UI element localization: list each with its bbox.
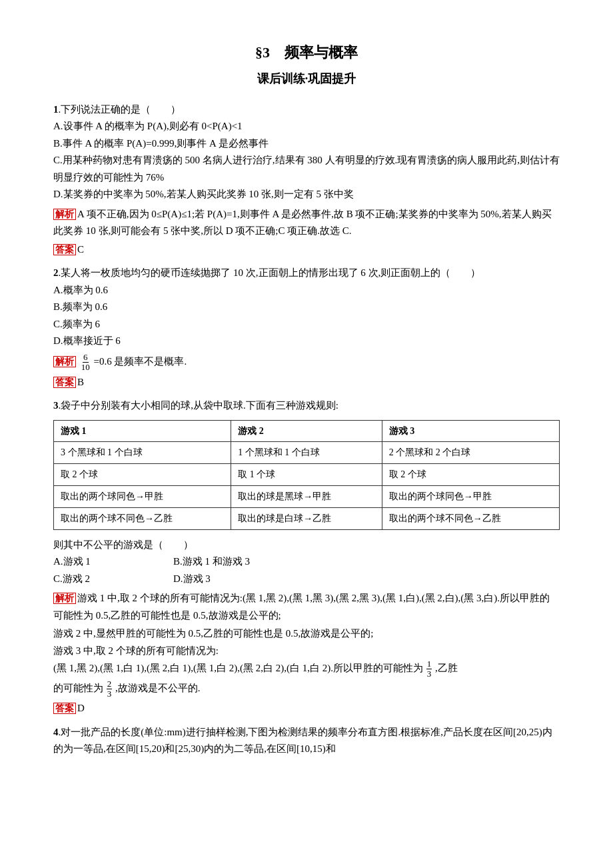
q3-after-table: 则其中不公平的游戏是（ ）	[53, 537, 560, 554]
question-4: 4.对一批产品的长度(单位:mm)进行抽样检测,下图为检测结果的频率分布直方图.…	[53, 724, 560, 758]
q3-daan-text: D	[77, 703, 85, 713]
q1-optB: B.事件 A 的概率 P(A)=0.999,则事件 A 是必然事件	[53, 135, 560, 153]
q3-optB: B.游戏 1 和游戏 3	[173, 553, 253, 571]
q1-stem: 1.下列说法正确的是（ ）	[53, 101, 560, 119]
daan-label-3: 答案	[53, 703, 76, 714]
question-2: 2.某人将一枚质地均匀的硬币连续抛掷了 10 次,正面朝上的情形出现了 6 次,…	[53, 265, 560, 391]
jiexi-label-3: 解析	[53, 593, 76, 604]
q3-options-2: C.游戏 2 D.游戏 3	[53, 571, 560, 588]
q3-optA: A.游戏 1	[53, 553, 133, 571]
table-row: 3 个黑球和 1 个白球 1 个黑球和 1 个白球 2 个黑球和 2 个白球	[54, 442, 560, 464]
q1-jiexi-block: 解析A 项不正确,因为 0≤P(A)≤1;若 P(A)=1,则事件 A 是必然事…	[53, 206, 560, 240]
q3-optD: D.游戏 3	[173, 571, 253, 588]
q3-daan-block: 答案D	[53, 700, 560, 717]
jiexi-label-2: 解析	[53, 356, 76, 367]
q1-daan-text: C	[77, 244, 84, 255]
q3-jiexi-block: 解析游戏 1 中,取 2 个球的所有可能情况为:(黑 1,黑 2),(黑 1,黑…	[53, 590, 560, 624]
table-row: 取出的两个球不同色→乙胜 取出的球是白球→乙胜 取出的两个球不同色→乙胜	[54, 507, 560, 529]
q1-optC: C.用某种药物对患有胃溃疡的 500 名病人进行治疗,结果有 380 人有明显的…	[53, 152, 560, 186]
page-title: §3 频率与概率	[53, 40, 560, 65]
question-1: 1.下列说法正确的是（ ） A.设事件 A 的概率为 P(A),则必有 0<P(…	[53, 101, 560, 259]
q2-jiexi-block: 解析 6 10 =0.6 是频率不是概率.	[53, 353, 560, 373]
q2-optA: A.概率为 0.6	[53, 282, 560, 299]
q1-optA: A.设事件 A 的概率为 P(A),则必有 0<P(A)<1	[53, 118, 560, 135]
game-table: 游戏 1 游戏 2 游戏 3 3 个黑球和 1 个白球 1 个黑球和 1 个白球…	[53, 420, 560, 530]
q3-options: A.游戏 1 B.游戏 1 和游戏 3	[53, 553, 560, 571]
q2-optB: B.频率为 0.6	[53, 299, 560, 316]
q3-jiexi5: 的可能性为 2 3 ,故游戏是不公平的.	[53, 679, 560, 699]
game-table-header-3: 游戏 3	[382, 420, 559, 442]
q2-optC: C.频率为 6	[53, 316, 560, 333]
question-3: 3.袋子中分别装有大小相同的球,从袋中取球.下面有三种游戏规则: 游戏 1 游戏…	[53, 397, 560, 717]
q4-stem: 4.对一批产品的长度(单位:mm)进行抽样检测,下图为检测结果的频率分布直方图.…	[53, 724, 560, 758]
daan-label-1: 答案	[53, 244, 76, 255]
table-row: 取 2 个球 取 1 个球 取 2 个球	[54, 464, 560, 486]
game-table-header-2: 游戏 2	[231, 420, 382, 442]
q3-jiexi2: 游戏 2 中,显然甲胜的可能性为 0.5,乙胜的可能性也是 0.5,故游戏是公平…	[53, 625, 560, 643]
q3-fraction-2-3: 2 3	[107, 679, 113, 699]
q3-jiexi-text: 游戏 1 中,取 2 个球的所有可能情况为:(黑 1,黑 2),(黑 1,黑 3…	[53, 593, 550, 621]
table-row: 取出的两个球同色→甲胜 取出的球是黑球→甲胜 取出的两个球同色→甲胜	[54, 485, 560, 507]
game-table-header-1: 游戏 1	[54, 420, 231, 442]
q1-daan-block: 答案C	[53, 241, 560, 259]
q2-daan-text: B	[77, 377, 84, 387]
q3-jiexi4: (黑 1,黑 2),(黑 1,白 1),(黑 2,白 1),(黑 1,白 2),…	[53, 659, 560, 679]
q2-jiexi-post: =0.6 是频率不是概率.	[94, 356, 187, 367]
q3-fraction-1-3: 1 3	[426, 659, 432, 679]
q3-stem: 3.袋子中分别装有大小相同的球,从袋中取球.下面有三种游戏规则:	[53, 397, 560, 415]
q2-daan-block: 答案B	[53, 374, 560, 391]
q3-optC: C.游戏 2	[53, 571, 133, 588]
daan-label-2: 答案	[53, 377, 76, 388]
page-subtitle: 课后训练·巩固提升	[53, 69, 560, 89]
q1-jiexi-text: A 项不正确,因为 0≤P(A)≤1;若 P(A)=1,则事件 A 是必然事件,…	[53, 209, 552, 237]
q2-optD: D.概率接近于 6	[53, 333, 560, 350]
q1-optD: D.某奖券的中奖率为 50%,若某人购买此奖券 10 张,则一定有 5 张中奖	[53, 186, 560, 203]
q3-jiexi3: 游戏 3 中,取 2 个球的所有可能情况为:	[53, 643, 560, 660]
q2-fraction: 6 10	[81, 353, 91, 373]
jiexi-label-1: 解析	[53, 209, 76, 220]
q2-stem: 2.某人将一枚质地均匀的硬币连续抛掷了 10 次,正面朝上的情形出现了 6 次,…	[53, 265, 560, 282]
